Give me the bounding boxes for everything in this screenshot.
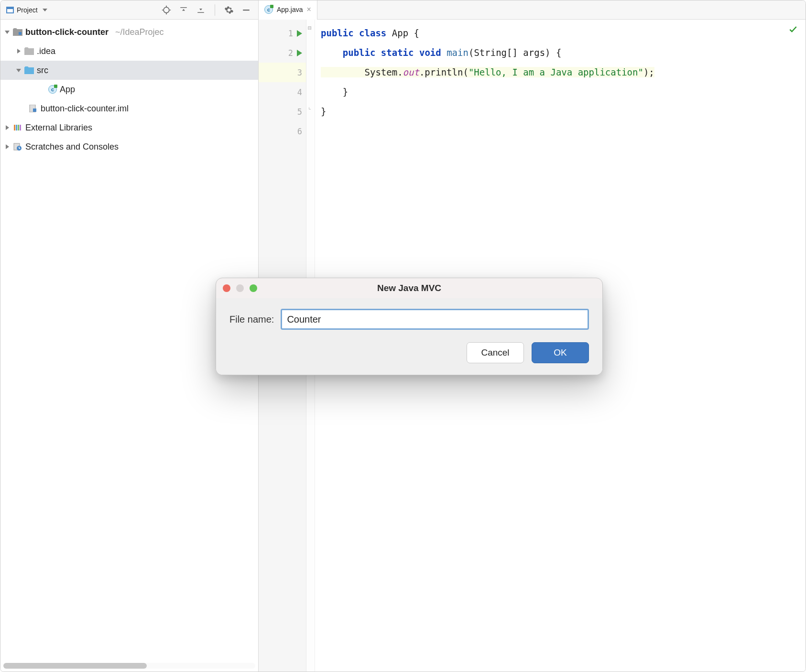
dialog-buttons: Cancel OK bbox=[216, 334, 602, 375]
svg-rect-13 bbox=[14, 125, 15, 130]
line-number: 1 bbox=[288, 29, 293, 38]
module-icon bbox=[13, 28, 22, 36]
tab-app-java[interactable]: c App.java × bbox=[259, 0, 317, 19]
chevron-down-icon[interactable] bbox=[4, 31, 10, 34]
line-number: 5 bbox=[297, 107, 302, 117]
file-icon bbox=[28, 105, 38, 112]
tree-label: Scratches and Consoles bbox=[25, 142, 119, 152]
run-icon[interactable] bbox=[297, 50, 302, 56]
line-number: 3 bbox=[297, 68, 302, 77]
chevron-down-icon bbox=[43, 9, 47, 11]
editor-tabs: c App.java × bbox=[259, 0, 806, 19]
tree-label: External Libraries bbox=[25, 123, 92, 133]
file-name-label: File name: bbox=[229, 314, 274, 325]
dialog-titlebar[interactable]: New Java MVC bbox=[216, 278, 602, 298]
svg-rect-10 bbox=[19, 32, 22, 35]
svg-rect-14 bbox=[16, 125, 17, 130]
new-java-mvc-dialog: New Java MVC File name: Cancel OK bbox=[216, 278, 603, 375]
dialog-title: New Java MVC bbox=[216, 283, 602, 293]
svg-marker-8 bbox=[199, 9, 202, 11]
tree-root[interactable]: button-click-counter ~/IdeaProjec bbox=[0, 22, 258, 42]
window-zoom-icon[interactable] bbox=[250, 284, 257, 292]
dialog-body: File name: bbox=[216, 298, 602, 334]
project-icon bbox=[6, 7, 14, 13]
tree-root-name: button-click-counter bbox=[25, 27, 109, 37]
svg-rect-5 bbox=[180, 7, 187, 8]
scrollbar-thumb[interactable] bbox=[3, 663, 147, 669]
line-number: 2 bbox=[288, 48, 293, 58]
expand-all-icon[interactable] bbox=[178, 5, 189, 15]
svg-rect-7 bbox=[197, 12, 204, 13]
locate-icon[interactable] bbox=[161, 5, 172, 15]
window-close-icon[interactable] bbox=[223, 284, 230, 292]
file-name-input[interactable] bbox=[281, 309, 589, 330]
run-icon[interactable] bbox=[297, 30, 302, 37]
folder-icon bbox=[24, 47, 34, 55]
tree-external-libraries[interactable]: External Libraries bbox=[0, 118, 258, 137]
tree-label: App bbox=[60, 85, 75, 95]
libraries-icon bbox=[13, 124, 22, 131]
ok-button[interactable]: OK bbox=[532, 342, 589, 363]
tree-scratches[interactable]: Scratches and Consoles bbox=[0, 137, 258, 156]
chevron-right-icon[interactable] bbox=[16, 49, 22, 54]
scratches-icon bbox=[13, 143, 22, 151]
minimize-icon[interactable] bbox=[241, 5, 251, 15]
window-minimize-icon bbox=[236, 284, 244, 292]
tree-src-folder[interactable]: src bbox=[0, 61, 258, 80]
tree-label: .idea bbox=[37, 46, 55, 56]
fold-end-icon[interactable]: ⌞ bbox=[308, 103, 312, 110]
tree-label: button-click-counter.iml bbox=[41, 104, 129, 114]
project-dropdown[interactable]: Project bbox=[3, 4, 50, 16]
inspection-ok-icon[interactable] bbox=[788, 24, 798, 36]
java-class-icon: c bbox=[48, 85, 57, 94]
line-number: 6 bbox=[297, 127, 302, 136]
fold-start-icon[interactable]: ⊟ bbox=[308, 24, 312, 32]
svg-marker-6 bbox=[182, 9, 185, 11]
svg-rect-16 bbox=[20, 125, 21, 130]
java-class-icon: c bbox=[264, 5, 273, 14]
tree-root-path: ~/IdeaProjec bbox=[115, 27, 164, 37]
top-bar: Project bbox=[0, 0, 806, 20]
chevron-right-icon[interactable] bbox=[4, 144, 10, 149]
project-toolbar: Project bbox=[0, 0, 259, 19]
close-icon[interactable]: × bbox=[306, 6, 311, 13]
source-folder-icon bbox=[24, 66, 34, 74]
cancel-button[interactable]: Cancel bbox=[467, 342, 524, 363]
horizontal-scrollbar[interactable] bbox=[3, 663, 255, 669]
tree-iml-file[interactable]: button-click-counter.iml bbox=[0, 99, 258, 118]
tab-filename: App.java bbox=[277, 6, 303, 13]
chevron-down-icon[interactable] bbox=[16, 69, 22, 72]
svg-point-0 bbox=[163, 7, 169, 13]
ide-window: Project bbox=[0, 0, 806, 672]
tree-app-class[interactable]: c App bbox=[0, 80, 258, 99]
svg-rect-15 bbox=[18, 125, 19, 130]
line-number: 4 bbox=[297, 87, 302, 97]
separator bbox=[215, 4, 215, 16]
tree-idea-folder[interactable]: .idea bbox=[0, 42, 258, 61]
svg-rect-12 bbox=[33, 108, 36, 112]
gear-icon[interactable] bbox=[224, 5, 234, 15]
tree-label: src bbox=[37, 65, 48, 76]
project-dropdown-label: Project bbox=[17, 6, 38, 14]
chevron-right-icon[interactable] bbox=[4, 125, 10, 130]
collapse-all-icon[interactable] bbox=[196, 5, 206, 15]
